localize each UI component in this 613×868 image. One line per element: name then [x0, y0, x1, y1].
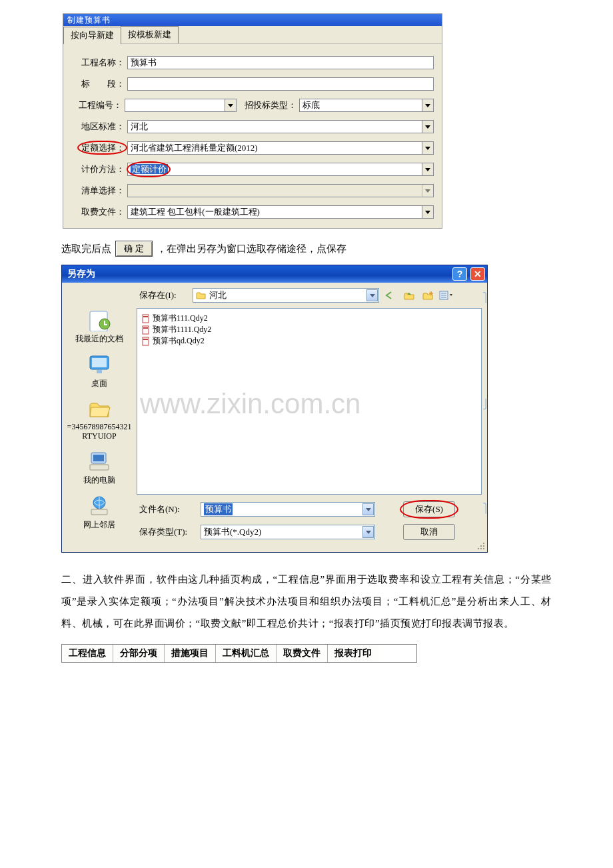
places-bar: 我最近的文档 桌面 =345678987654321RTYUIOP	[62, 288, 137, 547]
combo-price-method-ring: 定额计价	[131, 163, 168, 175]
combo-region-value: 河北	[131, 121, 148, 133]
decoration: ⎫	[482, 503, 490, 513]
input-file-name[interactable]: 预算书	[201, 502, 375, 517]
place-mycomputer[interactable]: 我的电脑	[66, 448, 133, 486]
view-menu-button[interactable]	[439, 288, 454, 303]
save-button[interactable]: 保存(S)	[403, 501, 455, 517]
file-item[interactable]: 预算书1111.Qdy2	[141, 324, 477, 335]
combo-region[interactable]: 河北	[127, 120, 434, 133]
file-icon	[141, 314, 151, 323]
back-button[interactable]	[383, 288, 398, 303]
file-name: 预算书qd.Qdy2	[153, 335, 205, 347]
cancel-button[interactable]: 取消	[403, 524, 455, 540]
file-item[interactable]: 预算书111.Qdy2	[141, 313, 477, 324]
saveas-title-text: 另存为	[67, 268, 95, 280]
desktop-icon	[87, 351, 112, 377]
saveas-titlebar: 另存为 ? ✕	[62, 265, 487, 283]
tab-report-print[interactable]: 报表打印	[328, 645, 378, 662]
svg-rect-27	[483, 543, 484, 544]
combo-fee-file[interactable]: 建筑工程 包工包料(一般建筑工程)	[127, 205, 434, 219]
combo-file-type[interactable]: 预算书(*.Qdy2)	[201, 525, 375, 539]
place-label: =345678987654321RTYUIOP	[66, 423, 133, 441]
tab-material-summary[interactable]: 工料机汇总	[216, 645, 277, 662]
text-segment: 选取完后点	[61, 243, 111, 255]
chevron-down-icon	[422, 185, 433, 197]
place-desktop[interactable]: 桌面	[66, 351, 133, 389]
dialog-title: 制建预算书	[63, 14, 442, 26]
combo-price-method[interactable]: 定额计价	[127, 163, 434, 176]
module-tabs: 工程信息 分部分项 措施项目 工料机汇总 取费文件 报表打印	[61, 644, 417, 663]
label-section: 标 段：	[77, 78, 125, 90]
text-segment: ，在弹出另存为窗口选取存储途径，点保存	[157, 243, 346, 255]
up-folder-button[interactable]	[402, 288, 416, 303]
label-file-type: 保存类型(T):	[137, 526, 201, 538]
combo-quota[interactable]: 河北省建筑工程消耗量定额(2012)	[127, 141, 434, 155]
tab-measures[interactable]: 措施项目	[165, 645, 216, 662]
tab-wizard[interactable]: 按向导新建	[63, 27, 121, 44]
svg-rect-18	[143, 326, 149, 334]
close-button[interactable]: ✕	[470, 267, 485, 281]
input-proj-name[interactable]: 预算书	[127, 56, 434, 69]
svg-rect-21	[143, 339, 148, 340]
tab-strip: 按向导新建 按模板新建	[63, 26, 442, 44]
label-region: 地区标准：	[77, 121, 125, 133]
place-label: 网上邻居	[83, 519, 115, 531]
chevron-down-icon[interactable]	[422, 142, 433, 154]
tab-project-info[interactable]: 工程信息	[62, 645, 113, 662]
place-custom-folder[interactable]: =345678987654321RTYUIOP	[66, 396, 133, 441]
combo-save-in[interactable]: 河北	[193, 288, 379, 303]
create-budget-dialog: 制建预算书 按向导新建 按模板新建 工程名称： 预算书 标 段： 工程编号： 招…	[63, 13, 442, 229]
combo-bid-type[interactable]: 标底	[299, 99, 434, 112]
place-label: 我的电脑	[83, 475, 115, 486]
place-label: 桌面	[91, 378, 107, 389]
chevron-down-icon[interactable]	[422, 163, 433, 175]
combo-list	[127, 184, 434, 197]
tab-subsection[interactable]: 分部分项	[113, 645, 165, 662]
label-fee-file: 取费文件：	[77, 206, 125, 218]
file-icon	[141, 337, 151, 346]
instruction-line-1: 选取完后点 确 定 ，在弹出另存为窗口选取存储途径，点保存	[61, 241, 552, 257]
svg-rect-3	[92, 358, 107, 367]
svg-rect-17	[143, 316, 148, 317]
svg-rect-4	[97, 370, 102, 373]
svg-rect-23	[480, 548, 482, 549]
label-proj-no: 工程编号：	[77, 99, 122, 111]
input-proj-no[interactable]	[125, 99, 237, 112]
svg-rect-22	[483, 548, 484, 549]
chevron-down-icon[interactable]	[366, 289, 378, 301]
file-item[interactable]: 预算书qd.Qdy2	[141, 335, 477, 347]
combo-price-method-value: 定额计价	[131, 164, 168, 174]
resize-grip-icon[interactable]	[476, 541, 486, 551]
ok-button[interactable]: 确 定	[115, 241, 153, 257]
chevron-down-icon[interactable]	[422, 206, 433, 218]
combo-bid-type-value: 标底	[303, 99, 320, 111]
combo-quota-value: 河北省建筑工程消耗量定额(2012)	[131, 142, 258, 154]
computer-icon	[87, 448, 112, 473]
decoration: ⎫	[482, 292, 490, 303]
place-recent[interactable]: 我最近的文档	[66, 307, 133, 345]
chevron-down-icon[interactable]	[362, 526, 374, 538]
svg-rect-6	[93, 455, 104, 461]
file-list[interactable]: 预算书111.Qdy2 预算书1111.Qdy2 预算书qd.Qdy2	[137, 308, 482, 495]
svg-rect-9	[91, 509, 107, 515]
input-section[interactable]	[127, 77, 434, 91]
file-name: 预算书111.Qdy2	[153, 313, 208, 324]
help-button[interactable]: ?	[452, 267, 467, 281]
chevron-down-icon[interactable]	[422, 99, 433, 111]
chevron-down-icon[interactable]	[422, 121, 433, 133]
save-as-dialog: 另存为 ? ✕ 我最近的文档 桌面	[61, 265, 488, 553]
label-price-method: 计价方法：	[77, 163, 125, 175]
svg-rect-7	[90, 465, 109, 470]
input-file-name-value: 预算书	[204, 503, 233, 515]
chevron-down-icon[interactable]	[362, 503, 374, 515]
tab-fee-file[interactable]: 取费文件	[277, 645, 328, 662]
label-file-name: 文件名(N):	[137, 503, 201, 515]
tab-template[interactable]: 按模板新建	[121, 26, 179, 43]
svg-rect-25	[478, 548, 479, 549]
chevron-down-icon[interactable]	[225, 99, 236, 111]
folder-icon	[87, 396, 112, 421]
svg-rect-24	[483, 545, 484, 547]
place-network[interactable]: 网上邻居	[66, 493, 133, 531]
new-folder-button[interactable]	[420, 288, 435, 303]
label-quota: 定额选择：	[77, 142, 125, 154]
